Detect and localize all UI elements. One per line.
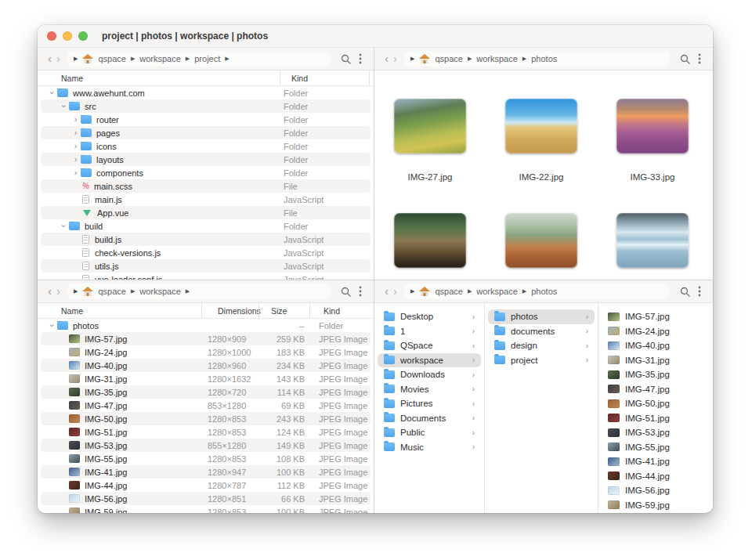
breadcrumb-segment[interactable]: workspace xyxy=(476,54,518,63)
column-folder-item[interactable]: workspace› xyxy=(378,353,481,368)
table-row[interactable]: IMG-53.jpg855×1280149 KBJPEG Image xyxy=(41,439,371,452)
table-row[interactable]: IMG-24.jpg1280×1000183 KBJPEG Image xyxy=(41,345,371,359)
tree-row[interactable]: ›srcFolder xyxy=(41,99,371,113)
back-button[interactable]: ‹ xyxy=(382,281,391,302)
tree-row[interactable]: ›pagesFolder xyxy=(41,126,371,139)
photo-thumbnail[interactable] xyxy=(505,99,577,154)
table-row[interactable]: IMG-40.jpg1280×960234 KBJPEG Image xyxy=(41,359,371,372)
breadcrumb-segment[interactable]: workspace xyxy=(139,54,181,63)
more-options-icon[interactable] xyxy=(694,286,705,297)
home-icon[interactable] xyxy=(82,287,93,296)
breadcrumb-segment[interactable]: qspace xyxy=(435,287,462,296)
column-file-item[interactable]: IMG-50.jpg xyxy=(602,396,710,411)
column-folder-item[interactable]: photos› xyxy=(488,309,595,324)
column-header-name[interactable]: Name xyxy=(38,70,280,85)
column-file-item[interactable]: IMG-24.jpg xyxy=(602,324,710,339)
tree-row[interactable]: ›layoutsFolder xyxy=(41,153,371,166)
table-row[interactable]: IMG-31.jpg1280×1632143 KBJPEG Image xyxy=(41,372,371,385)
column-folder-item[interactable]: Documents› xyxy=(378,411,481,426)
tree-row[interactable]: App.vueFile xyxy=(41,206,371,219)
tree-row[interactable]: ›iconsFolder xyxy=(41,139,371,153)
breadcrumb-segment[interactable]: qspace xyxy=(98,54,125,63)
more-options-icon[interactable] xyxy=(694,53,705,64)
column-file-item[interactable]: IMG-59.jpg xyxy=(602,498,710,513)
breadcrumb-segment[interactable]: photos xyxy=(531,287,557,296)
breadcrumb-segment[interactable]: qspace xyxy=(98,287,125,296)
grid-item[interactable] xyxy=(505,213,577,280)
back-button[interactable]: ‹ xyxy=(45,281,54,302)
tree-row[interactable]: ›www.awehunt.comFolder xyxy=(41,86,371,99)
column-folder-item[interactable]: Movies› xyxy=(378,382,481,397)
column-folder-item[interactable]: Music› xyxy=(378,440,481,455)
table-row[interactable]: IMG-55.jpg1280×853108 KBJPEG Image xyxy=(41,452,371,465)
minimize-window-button[interactable] xyxy=(63,31,72,41)
column-file-item[interactable]: IMG-41.jpg xyxy=(602,454,710,469)
table-row[interactable]: IMG-35.jpg1280×720114 KBJPEG Image xyxy=(41,385,371,399)
column-file-item[interactable]: IMG-40.jpg xyxy=(602,338,710,353)
breadcrumb-segment[interactable]: photos xyxy=(531,54,557,63)
column-file-item[interactable]: IMG-35.jpg xyxy=(602,367,710,382)
column-file-item[interactable]: IMG-31.jpg xyxy=(602,353,710,368)
column-header-size[interactable]: Size xyxy=(258,303,309,318)
home-icon[interactable] xyxy=(82,54,93,63)
column-file-item[interactable]: IMG-56.jpg xyxy=(602,483,710,498)
breadcrumb-segment[interactable]: project xyxy=(194,54,220,63)
tree-row[interactable]: vue-loader.conf.jsJavaScript xyxy=(41,273,371,280)
tree-row[interactable]: main.jsJavaScript xyxy=(41,193,371,206)
breadcrumb-segment[interactable]: workspace xyxy=(476,287,518,296)
tree-row[interactable]: check-versions.jsJavaScript xyxy=(41,246,371,259)
column-folder-item[interactable]: Downloads› xyxy=(378,367,481,382)
back-button[interactable]: ‹ xyxy=(382,49,391,69)
tree-row[interactable]: utils.jsJavaScript xyxy=(41,259,371,273)
breadcrumb-segment[interactable]: workspace xyxy=(139,287,181,296)
grid-item[interactable] xyxy=(394,213,466,280)
column-file-item[interactable]: IMG-53.jpg xyxy=(602,425,710,440)
tree-row[interactable]: %main.scssFile xyxy=(41,179,371,193)
grid-item[interactable]: IMG-27.jpg xyxy=(394,99,466,213)
column-folder-item[interactable]: QSpace› xyxy=(378,338,481,353)
more-options-icon[interactable] xyxy=(355,286,366,297)
column-folder-item[interactable]: project› xyxy=(488,353,595,368)
search-icon[interactable] xyxy=(676,54,694,64)
photo-thumbnail[interactable] xyxy=(616,99,689,154)
grid-item[interactable]: IMG-33.jpg xyxy=(616,99,689,213)
tree-row[interactable]: ›componentsFolder xyxy=(41,166,371,179)
table-row[interactable]: IMG-59.jpg1280×853100 KBJPEG Image xyxy=(41,505,371,513)
column-folder-item[interactable]: 1› xyxy=(378,324,481,339)
table-row[interactable]: IMG-50.jpg1280×853243 KBJPEG Image xyxy=(41,412,371,425)
search-icon[interactable] xyxy=(676,287,694,297)
more-options-icon[interactable] xyxy=(355,53,366,64)
photo-thumbnail[interactable] xyxy=(394,213,466,268)
column-folder-item[interactable]: Desktop› xyxy=(378,309,481,324)
table-row[interactable]: IMG-56.jpg1280×85166 KBJPEG Image xyxy=(41,492,371,505)
tree-row[interactable]: ›routerFolder xyxy=(41,113,371,126)
column-header-name[interactable]: Name xyxy=(38,303,201,318)
table-row[interactable]: IMG-51.jpg1280×853124 KBJPEG Image xyxy=(41,425,371,439)
column-file-item[interactable]: IMG-51.jpg xyxy=(602,411,710,426)
column-folder-item[interactable]: Public› xyxy=(378,425,481,440)
column-folder-item[interactable]: documents› xyxy=(488,324,595,339)
forward-button[interactable]: › xyxy=(54,281,63,302)
photo-thumbnail[interactable] xyxy=(616,213,689,268)
photo-thumbnail[interactable] xyxy=(505,213,577,268)
grid-item[interactable]: IMG-22.jpg xyxy=(505,99,577,213)
back-button[interactable]: ‹ xyxy=(45,49,54,69)
zoom-window-button[interactable] xyxy=(78,31,88,41)
table-row[interactable]: IMG-57.jpg1280×909259 KBJPEG Image xyxy=(41,332,371,345)
breadcrumb-segment[interactable]: qspace xyxy=(435,54,462,63)
table-row[interactable]: IMG-47.jpg853×128069 KBJPEG Image xyxy=(41,399,371,412)
search-icon[interactable] xyxy=(337,54,355,64)
column-file-item[interactable]: IMG-57.jpg xyxy=(602,309,710,324)
search-icon[interactable] xyxy=(337,287,355,297)
table-row[interactable]: ›photos--Folder xyxy=(41,319,371,332)
table-row[interactable]: IMG-41.jpg1280×947100 KBJPEG Image xyxy=(41,465,371,479)
photo-thumbnail[interactable] xyxy=(394,99,466,154)
column-file-item[interactable]: IMG-44.jpg xyxy=(602,469,710,484)
column-file-item[interactable]: IMG-47.jpg xyxy=(602,382,710,397)
close-window-button[interactable] xyxy=(47,31,56,41)
column-header-dimensions[interactable]: Dimensions xyxy=(201,303,258,318)
column-file-item[interactable]: IMG-55.jpg xyxy=(602,440,710,455)
table-row[interactable]: IMG-44.jpg1280×787112 KBJPEG Image xyxy=(41,479,371,492)
column-header-kind[interactable]: Kind xyxy=(280,70,369,85)
tree-row[interactable]: build.jsJavaScript xyxy=(41,233,371,246)
